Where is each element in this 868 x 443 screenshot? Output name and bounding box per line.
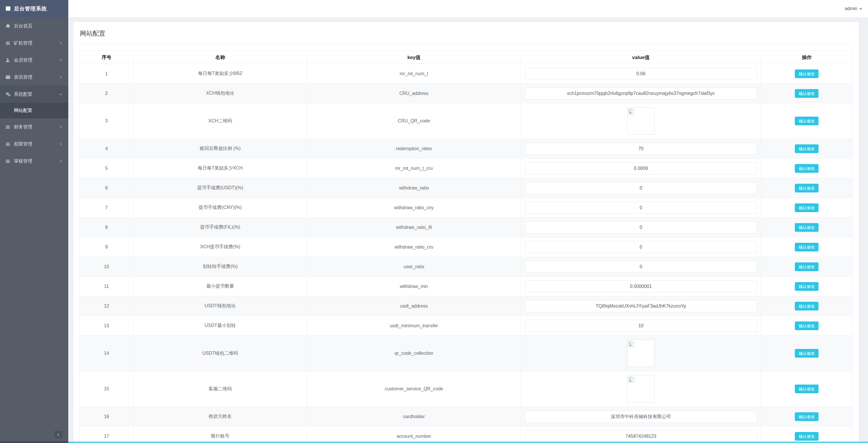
sidebar-item-8[interactable]: 审核管理 bbox=[0, 153, 68, 169]
confirm-edit-button[interactable]: 确认修改 bbox=[795, 184, 818, 192]
sidebar-item-label: 矿机管理 bbox=[14, 34, 32, 52]
sidebar-item-0[interactable]: 后台首页 bbox=[0, 18, 68, 34]
table-row: 11 最小提币数量 withdraw_min 0.0000001 确认修改 bbox=[80, 277, 853, 296]
confirm-edit-button[interactable]: 确认修改 bbox=[795, 243, 818, 251]
sidebar-item-1[interactable]: 矿机管理 bbox=[0, 34, 68, 52]
row-value-cell: 0 bbox=[521, 237, 761, 257]
row-name: 每日每T奖励多少XCH bbox=[134, 159, 307, 178]
row-index: 1 bbox=[80, 64, 134, 84]
row-name: 客服二维码 bbox=[134, 371, 307, 407]
value-input[interactable]: 0 bbox=[525, 182, 757, 194]
row-index: 11 bbox=[80, 277, 134, 296]
row-value-cell: 0.0006 bbox=[521, 159, 761, 178]
chevron-right-icon bbox=[59, 75, 62, 79]
row-key: withdraw_ratio_fil bbox=[307, 218, 521, 237]
row-name: XCH钱包地址 bbox=[134, 84, 307, 103]
row-value-cell: 0 bbox=[521, 218, 761, 237]
chevron-right-icon bbox=[59, 143, 62, 146]
row-index: 9 bbox=[80, 237, 134, 257]
confirm-edit-button[interactable]: 确认修改 bbox=[795, 384, 818, 393]
value-input[interactable]: 0 bbox=[525, 241, 757, 253]
horizontal-scrollbar[interactable] bbox=[68, 442, 868, 443]
row-name: 最小提币数量 bbox=[134, 277, 307, 296]
value-input[interactable]: 70 bbox=[525, 143, 757, 155]
sidebar-subitem-5[interactable]: 网站配置 bbox=[0, 103, 68, 118]
user-dropdown[interactable]: admin bbox=[844, 0, 862, 18]
confirm-edit-button[interactable]: 确认修改 bbox=[795, 432, 818, 441]
row-key: cardholder bbox=[307, 407, 521, 426]
row-index: 13 bbox=[80, 316, 134, 336]
confirm-edit-button[interactable]: 确认修改 bbox=[795, 89, 818, 98]
confirm-edit-button[interactable]: 确认修改 bbox=[795, 412, 818, 421]
confirm-edit-button[interactable]: 确认修改 bbox=[795, 302, 818, 311]
confirm-edit-button[interactable]: 确认修改 bbox=[795, 321, 818, 330]
value-input[interactable]: TQtNqMezskUXvhLFFpaF3adJhK7kzunoYp bbox=[525, 300, 757, 312]
table-row: 16 收款方姓名 cardholder 深圳市中科存储科技有限公司 确认修改 bbox=[80, 407, 853, 426]
row-name: USDT钱包地址 bbox=[134, 296, 307, 316]
value-input[interactable]: 10 bbox=[525, 320, 757, 332]
row-key: withdraw_min bbox=[307, 277, 521, 296]
row-value-cell: 深圳市中科存储科技有限公司 bbox=[521, 407, 761, 426]
row-value-cell: 0 bbox=[521, 257, 761, 277]
table-row: 3 XCH二维码 CRU_QR_code 确认修改 bbox=[80, 103, 853, 139]
sidebar-collapse-button[interactable] bbox=[54, 431, 62, 438]
row-value-cell bbox=[521, 371, 761, 407]
row-key: mr_mt_num_t bbox=[307, 64, 521, 84]
sidebar-nav: 后台首页 矿机管理 会员管理 资讯管理 系统配置 网站配置 财务管理 权限管理 bbox=[0, 18, 68, 169]
column-header: key值 bbox=[307, 51, 521, 64]
row-index: 14 bbox=[80, 336, 134, 371]
row-index: 12 bbox=[80, 296, 134, 316]
bars-icon bbox=[5, 40, 11, 45]
value-input[interactable]: xch1pcmszm70pjqh2rlu6gznp9p7cau82rsruyma… bbox=[525, 87, 757, 99]
sidebar-item-6[interactable]: 财务管理 bbox=[0, 118, 68, 135]
table-header-row: 序号名称key值value值操作 bbox=[80, 51, 853, 64]
confirm-edit-button[interactable]: 确认修改 bbox=[795, 145, 818, 153]
table-row: 2 XCH钱包地址 CRU_address xch1pcmszm70pjqh2r… bbox=[80, 84, 853, 103]
sidebar-item-7[interactable]: 权限管理 bbox=[0, 135, 68, 153]
confirm-edit-button[interactable]: 确认修改 bbox=[795, 164, 818, 173]
value-input[interactable]: 0.06 bbox=[525, 68, 757, 80]
table-row: 15 客服二维码 customer_service_QR_code 确认修改 bbox=[80, 371, 853, 407]
value-input[interactable]: 745874248123 bbox=[525, 430, 757, 442]
value-input[interactable]: 0 bbox=[525, 221, 757, 233]
sidebar-item-2[interactable]: 会员管理 bbox=[0, 52, 68, 69]
logo-bar: 后台管理系统 bbox=[0, 0, 68, 18]
confirm-edit-button[interactable]: 确认修改 bbox=[795, 117, 818, 125]
value-input[interactable]: 0.0000001 bbox=[525, 280, 757, 292]
row-value-cell: 0.06 bbox=[521, 64, 761, 84]
row-index: 3 bbox=[80, 103, 134, 139]
confirm-edit-button[interactable]: 确认修改 bbox=[795, 349, 818, 358]
row-key: customer_service_QR_code bbox=[307, 371, 521, 407]
value-input[interactable]: 0 bbox=[525, 261, 757, 273]
confirm-edit-button[interactable]: 确认修改 bbox=[795, 69, 818, 78]
top-header: admin bbox=[68, 0, 868, 18]
table-row: 9 XCH提币手续费(%) withdraw_ratio_cru 0 确认修改 bbox=[80, 237, 853, 257]
chevron-right-icon bbox=[59, 41, 62, 45]
table-row: 7 提币手续费(CNY)(%) withdraw_ratio_cny 0 确认修… bbox=[80, 198, 853, 218]
value-input[interactable]: 0 bbox=[525, 202, 757, 214]
chevron-down-icon bbox=[59, 93, 62, 96]
sidebar-item-3[interactable]: 资讯管理 bbox=[0, 69, 68, 86]
row-index: 15 bbox=[80, 371, 134, 407]
user-icon bbox=[5, 58, 11, 63]
confirm-edit-button[interactable]: 确认修改 bbox=[795, 262, 818, 271]
row-name: 每日每T奖励多少BBZ bbox=[134, 64, 307, 84]
sidebar-item-4[interactable]: 系统配置 bbox=[0, 86, 68, 103]
value-input[interactable]: 深圳市中科存储科技有限公司 bbox=[525, 411, 757, 423]
row-name: XCH二维码 bbox=[134, 103, 307, 139]
row-name: 划转转手续费(%) bbox=[134, 257, 307, 277]
broken-image-icon bbox=[628, 376, 634, 382]
home-icon bbox=[5, 24, 11, 28]
qr-image-box bbox=[627, 340, 654, 367]
broken-image-icon bbox=[628, 341, 634, 347]
row-key: withdraw_ratio bbox=[307, 178, 521, 198]
chevron-right-icon bbox=[59, 125, 62, 129]
confirm-edit-button[interactable]: 确认修改 bbox=[795, 282, 818, 291]
table-body: 1 每日每T奖励多少BBZ mr_mt_num_t 0.06 确认修改 2 XC… bbox=[80, 64, 853, 443]
value-input[interactable]: 0.0006 bbox=[525, 162, 757, 175]
row-key: user_ratio bbox=[307, 257, 521, 277]
chevron-right-icon bbox=[59, 59, 62, 62]
row-key: redemption_rates bbox=[307, 139, 521, 159]
confirm-edit-button[interactable]: 确认修改 bbox=[795, 203, 818, 212]
confirm-edit-button[interactable]: 确认修改 bbox=[795, 223, 818, 232]
